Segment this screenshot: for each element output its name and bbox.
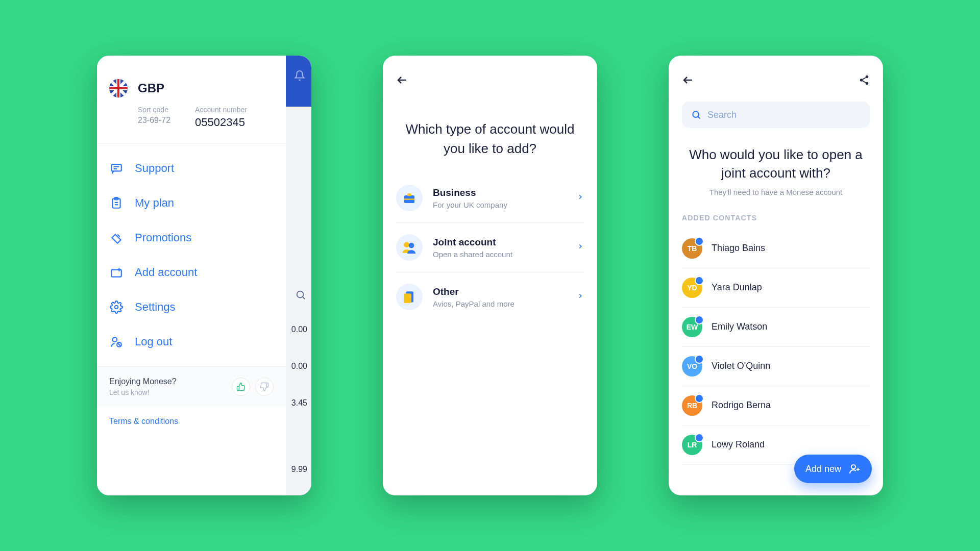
chevron-right-icon [577,243,584,252]
back-button[interactable] [682,74,694,88]
share-icon [859,74,870,86]
option-business[interactable]: Business For your UK company [396,173,584,223]
backdrop-amount: 0.00 [291,325,307,334]
option-joint-account[interactable]: Joint account Open a shared account [396,223,584,272]
search-icon [295,289,306,303]
terms-link[interactable]: Terms & conditions [97,407,286,436]
menu-item-support[interactable]: Support [97,151,286,186]
currency-label: GBP [138,81,164,95]
svg-point-30 [851,465,855,469]
menu-label: Add account [135,266,197,279]
topbar [682,71,870,91]
account-header: GBP Sort code 23-69-72 Account number 05… [97,56,286,144]
account-number-value: 05502345 [195,116,247,129]
menu-label: Log out [135,335,172,348]
chat-icon [109,161,124,176]
screen-title: Which type of account would you like to … [405,120,575,158]
two-people-icon [396,234,423,261]
thumbs-up-icon [236,382,246,391]
arrow-left-icon [396,74,408,86]
gear-icon [109,300,124,314]
feedback-subtitle: Let us know! [109,388,177,396]
avatar: VO [682,356,702,377]
option-subtitle: Avios, PayPal and more [433,299,567,308]
sort-code-value: 23-69-72 [138,116,170,125]
avatar: LR [682,435,702,455]
backdrop-amount: 0.00 [291,362,307,371]
thumbs-down-button[interactable] [255,378,274,396]
thumbs-up-button[interactable] [232,378,250,396]
svg-line-27 [863,81,866,83]
contact-row[interactable]: RBRodrigo Berna [682,386,870,425]
briefcase-icon [396,185,423,211]
option-title: Business [433,187,567,198]
search-input[interactable]: Search [682,102,870,128]
phone-contact-picker-screen: Search Who would you like to open a join… [669,56,883,495]
menu-item-my-plan[interactable]: My plan [97,186,286,220]
ticket-icon [109,231,124,245]
svg-point-28 [693,111,699,117]
option-subtitle: For your UK company [433,201,567,209]
back-button[interactable] [396,74,408,88]
search-icon [691,110,701,120]
svg-point-24 [860,79,863,82]
search-placeholder: Search [707,110,737,120]
feedback-section: Enjoying Monese? Let us know! [97,366,286,407]
contact-row[interactable]: TBThiago Bains [682,229,870,268]
avatar: RB [682,395,702,416]
feedback-title: Enjoying Monese? [109,377,177,386]
uk-flag-icon [109,79,128,97]
menu-label: Support [135,162,174,175]
person-plus-icon [848,463,861,475]
screen-title: Who would you like to open a joint accou… [685,145,867,183]
contact-row[interactable]: VOViolet O'Quinn [682,347,870,386]
menu-item-add-account[interactable]: Add account [97,255,286,290]
svg-point-19 [409,243,414,248]
svg-line-1 [303,297,305,299]
clipboard-icon [109,196,124,210]
option-title: Joint account [433,237,567,248]
backdrop-amount: 3.45 [291,398,307,408]
sort-code-label: Sort code [138,106,170,114]
contact-name: Rodrigo Berna [712,400,771,411]
share-button[interactable] [859,74,870,88]
svg-point-23 [866,76,869,79]
contact-name: Yara Dunlap [712,282,762,293]
topbar [396,71,584,91]
svg-point-0 [297,291,304,298]
option-other[interactable]: Other Avios, PayPal and more [396,272,584,321]
thumbs-down-icon [260,382,269,391]
svg-line-29 [698,117,700,119]
menu-item-settings[interactable]: Settings [97,290,286,324]
contact-row[interactable]: YDYara Dunlap [682,268,870,308]
bell-icon [294,70,305,83]
screen-subtitle: They'll need to have a Monese account [682,188,870,196]
svg-point-11 [112,337,117,342]
drawer-menu: Support My plan Promotions Add account S… [97,144,286,366]
contacts-list: TBThiago BainsYDYara DunlapEWEmily Watso… [682,229,870,465]
svg-rect-9 [111,270,121,277]
menu-item-log-out[interactable]: Log out [97,324,286,359]
menu-label: My plan [135,196,174,210]
phone-drawer-screen: 0.00 0.00 3.45 9.99 GBP Sort code 23-69-… [97,56,311,495]
svg-point-10 [115,306,118,309]
option-subtitle: Open a shared account [433,250,567,259]
menu-item-promotions[interactable]: Promotions [97,220,286,255]
arrow-left-icon [682,74,694,86]
svg-point-25 [866,82,869,85]
avatar: YD [682,278,702,298]
menu-label: Promotions [135,231,191,244]
backdrop-amount: 9.99 [291,465,307,474]
svg-rect-2 [111,164,121,171]
chevron-right-icon [577,193,584,203]
contact-name: Emily Watson [712,321,767,332]
contact-name: Lowy Roland [712,439,765,450]
contact-name: Violet O'Quinn [712,361,770,371]
contact-row[interactable]: EWEmily Watson [682,308,870,347]
wallet-plus-icon [109,265,124,280]
fab-label: Add new [805,464,841,474]
user-logout-icon [109,335,124,349]
add-new-button[interactable]: Add new [794,455,872,483]
svg-rect-16 [407,194,411,196]
contact-name: Thiago Bains [712,243,765,254]
